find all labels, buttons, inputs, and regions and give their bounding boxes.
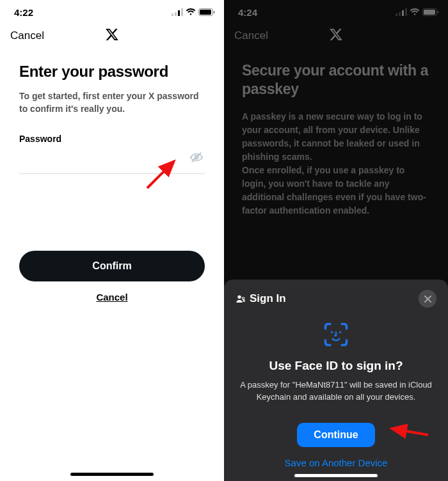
- svg-rect-11: [402, 10, 404, 16]
- username-text: HeMaNt8711: [295, 380, 344, 390]
- body-paragraph-2: Once enrolled, if you use a passkey to l…: [242, 164, 430, 217]
- faceid-title: Use Face ID to sign in?: [236, 359, 436, 373]
- svg-point-17: [242, 297, 244, 299]
- status-bar: 4:24: [224, 0, 448, 22]
- svg-rect-5: [200, 10, 211, 15]
- page-title: Enter your password: [19, 63, 205, 81]
- close-icon: [424, 296, 431, 303]
- svg-rect-10: [399, 12, 401, 16]
- home-indicator: [294, 474, 378, 477]
- status-icons: [396, 8, 439, 16]
- password-field-row: [19, 148, 205, 174]
- status-time: 4:24: [238, 7, 257, 18]
- password-label: Password: [19, 134, 205, 144]
- nav-bar: Cancel: [224, 22, 448, 50]
- status-time: 4:22: [14, 7, 33, 18]
- cancel-button[interactable]: Cancel: [19, 292, 205, 303]
- faceid-description: A passkey for "HeMaNt8711" will be saved…: [236, 379, 436, 404]
- nav-cancel-button[interactable]: Cancel: [234, 29, 268, 42]
- svg-point-16: [237, 296, 241, 299]
- continue-button[interactable]: Continue: [297, 423, 374, 447]
- close-button[interactable]: [419, 290, 436, 308]
- svg-rect-6: [214, 11, 215, 13]
- screen-enter-password: 4:22 Cancel Enter your password To get s…: [0, 0, 224, 481]
- passkey-sheet: Sign In Use Face ID to sign in? A passke…: [224, 280, 448, 481]
- svg-point-18: [331, 331, 333, 333]
- password-input[interactable]: [20, 153, 189, 164]
- toggle-visibility-icon[interactable]: [189, 150, 204, 167]
- svg-rect-12: [405, 8, 407, 16]
- svg-rect-0: [172, 13, 173, 16]
- svg-point-19: [339, 331, 341, 333]
- home-indicator: [70, 473, 154, 476]
- nav-cancel-button[interactable]: Cancel: [10, 29, 44, 42]
- svg-rect-3: [181, 8, 183, 16]
- sheet-title: Sign In: [250, 292, 286, 305]
- svg-rect-15: [438, 11, 439, 13]
- nav-bar: Cancel: [0, 22, 224, 50]
- page-body: A passkey is a new secure way to log in …: [242, 110, 430, 217]
- passkey-icon: [236, 294, 246, 304]
- sheet-title-row: Sign In: [236, 292, 286, 305]
- cellular-icon: [172, 8, 183, 16]
- x-logo-icon: [329, 28, 343, 44]
- status-icons: [172, 8, 215, 16]
- wifi-icon: [410, 8, 420, 16]
- status-bar: 4:22: [0, 0, 224, 22]
- svg-rect-9: [396, 13, 397, 16]
- confirm-button[interactable]: Confirm: [19, 251, 205, 281]
- screen-passkey-prompt: 4:24 Cancel Secure your account with a p…: [224, 0, 448, 481]
- wifi-icon: [186, 8, 196, 16]
- main-content: Enter your password To get started, firs…: [0, 50, 224, 303]
- svg-rect-1: [175, 12, 177, 16]
- battery-icon: [198, 8, 215, 16]
- page-subtitle: To get started, first enter your X passw…: [19, 90, 205, 116]
- page-title: Secure your account with a passkey: [242, 61, 430, 99]
- faceid-icon: [322, 320, 350, 349]
- x-logo-icon: [105, 28, 119, 44]
- faceid-block: Use Face ID to sign in? A passkey for "H…: [236, 320, 436, 468]
- svg-rect-2: [178, 10, 180, 16]
- svg-rect-14: [424, 10, 435, 15]
- battery-icon: [422, 8, 439, 16]
- main-content: Secure your account with a passkey A pas…: [224, 50, 448, 217]
- save-on-another-device-link[interactable]: Save on Another Device: [236, 457, 436, 468]
- body-paragraph-1: A passkey is a new secure way to log in …: [242, 110, 430, 164]
- cellular-icon: [396, 8, 407, 16]
- sheet-header: Sign In: [236, 290, 436, 308]
